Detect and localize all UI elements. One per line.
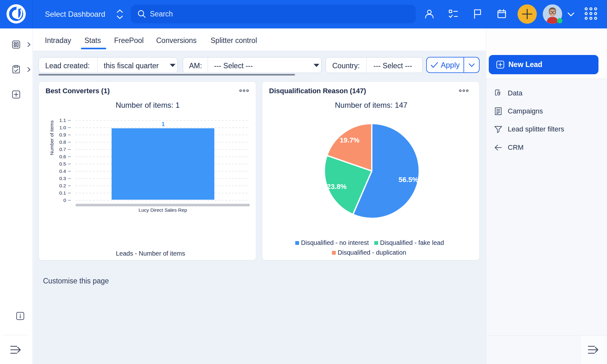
svg-text:Disqualified - no interest: Disqualified - no interest — [301, 239, 369, 246]
svg-text:0.1: 0.1 — [59, 190, 66, 196]
svg-text:0.4: 0.4 — [59, 168, 66, 174]
svg-text:Number of items: Number of items — [49, 120, 54, 155]
svg-text:0.5: 0.5 — [59, 161, 66, 167]
svg-text:0.6: 0.6 — [59, 154, 66, 159]
svg-text:0.2: 0.2 — [59, 183, 66, 188]
svg-text:0.8: 0.8 — [59, 139, 66, 145]
svg-text:0.3: 0.3 — [59, 176, 66, 181]
svg-text:23.8%: 23.8% — [327, 183, 346, 191]
svg-text:0.9: 0.9 — [59, 132, 66, 137]
svg-text:Number of items: 147: Number of items: 147 — [335, 101, 407, 109]
svg-text:Leads - Number of items: Leads - Number of items — [116, 250, 185, 257]
svg-text:Disqualified - duplication: Disqualified - duplication — [338, 249, 406, 256]
svg-text:0.7: 0.7 — [59, 147, 66, 152]
svg-text:0: 0 — [63, 197, 66, 203]
svg-text:19.7%: 19.7% — [340, 136, 359, 144]
svg-text:1.1: 1.1 — [59, 118, 66, 123]
svg-text:1: 1 — [162, 121, 165, 127]
svg-text:Disqualified - fake lead: Disqualified - fake lead — [380, 239, 444, 246]
svg-text:Lucy Direct Sales Rep: Lucy Direct Sales Rep — [138, 207, 187, 213]
svg-text:56.5%: 56.5% — [399, 176, 418, 184]
svg-text:1.0: 1.0 — [59, 125, 66, 130]
svg-text:Number of items: 1: Number of items: 1 — [116, 101, 180, 109]
